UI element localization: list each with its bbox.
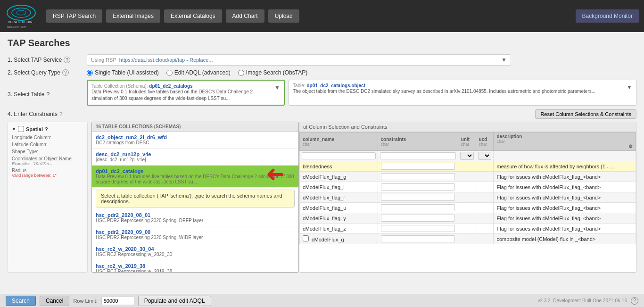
table-row: cModelFlux_flag_i Flag for issues with c… <box>300 182 636 192</box>
tap-service-selector[interactable]: Using RSP https://data.lsst.cloud/api/ta… <box>87 54 511 66</box>
cell-desc: Flag for issues with cModelFlux_flag_<ba… <box>494 224 636 234</box>
collection-chevron-icon[interactable]: ▼ <box>274 84 280 91</box>
table-toolbar: ut Column Selection and Constraints <box>299 122 636 132</box>
cell-name: cModelFlux_g <box>300 234 378 244</box>
dropdown-item-2[interactable]: dp01_dc2_catalogs Data Preview 0.1 Inclu… <box>92 166 298 188</box>
populate-adql-btn[interactable]: Populate and edit ADQL <box>138 296 211 306</box>
vera-rubin-logo: VERA C. RUBIN OBSERVATORY <box>5 3 38 29</box>
dropdown-list[interactable]: 16 TABLE COLLECTIONS (SCHEMAS) dc2_objec… <box>91 122 299 273</box>
tap-chevron-icon[interactable]: ▼ <box>501 57 507 63</box>
col-header-name: column_name char <box>300 133 378 151</box>
filter-constraints-input[interactable] <box>380 152 456 159</box>
dropdown-item-0[interactable]: dc2_object_run2_2i_dr6_wfd DC2 catalogs … <box>92 132 298 149</box>
cell-ucd <box>476 182 494 192</box>
cell-unit <box>458 234 476 244</box>
background-monitor-btn[interactable]: Background Monitor <box>576 9 639 23</box>
app-header: VERA C. RUBIN OBSERVATORY RSP TAP Search… <box>0 0 644 32</box>
spatial-help-icon[interactable]: ? <box>45 126 48 132</box>
content-area: ▼ Spatial ? Longitude Column: Latitude C… <box>8 122 636 273</box>
spatial-header: ▼ Spatial ? <box>12 126 83 132</box>
triangle-icon: ▼ <box>12 127 16 132</box>
valid-range: Valid range between: 1" <box>12 173 83 178</box>
cell-desc: Flag for issues with cModelFlux_flag_<ba… <box>494 182 636 192</box>
cell-constraints <box>378 172 458 182</box>
longitude-label: Longitude Column: <box>12 135 83 140</box>
cell-unit <box>458 203 476 213</box>
footer-right: v2.3.2_Development Built One 2021-06-16 <box>537 298 627 303</box>
row-limit-input[interactable] <box>101 297 134 305</box>
filter-name-input[interactable] <box>302 152 376 159</box>
add-chart-btn[interactable]: Add Chart <box>226 9 264 23</box>
table-box-content: Table: dp01_dc2_catalogs.object The obje… <box>293 83 625 95</box>
section-2-label: 2. Select Query Type ? <box>8 69 83 76</box>
section-3-label: 3. Select Table ? <box>8 80 83 106</box>
row7-checkbox[interactable] <box>303 235 309 241</box>
table-collection-box[interactable]: Table Collection (Schema): dp01_dc2_cata… <box>87 80 285 106</box>
unit-select[interactable] <box>460 152 474 160</box>
row2-constraints-input[interactable] <box>381 183 455 191</box>
table-box[interactable]: Table: dp01_dc2_catalogs.object The obje… <box>289 80 636 106</box>
dropdown-item-5[interactable]: hsc_rc2_w_2020_30_04 HSC RC2 Reprocessin… <box>92 243 298 260</box>
footer-help-icon[interactable]: ? <box>631 297 638 305</box>
radius-label: Radius <box>12 168 83 173</box>
cell-desc: Flag for issues with cModelFlux_flag_<ba… <box>494 172 636 182</box>
tap-using-label: Using RSP <box>91 57 116 63</box>
table-panel: ut Column Selection and Constraints colu… <box>299 122 636 273</box>
row1-constraints-input[interactable] <box>381 173 455 180</box>
radio-edit-adql[interactable]: Edit ADQL (advanced) <box>166 69 231 76</box>
section3-help-icon[interactable]: ? <box>47 91 50 98</box>
data-table: column_name char constraints char unit c… <box>299 132 636 244</box>
reset-constraints-btn[interactable]: Reset Column Selections & Constraints <box>535 109 636 119</box>
section1-help-icon[interactable]: ? <box>64 57 70 63</box>
ucd-select[interactable] <box>478 152 492 160</box>
upload-btn[interactable]: Upload <box>268 9 299 23</box>
section-3: 3. Select Table ? Table Collection (Sche… <box>8 80 636 106</box>
rsp-tap-search-btn[interactable]: RSP TAP Search <box>46 9 102 23</box>
cancel-btn[interactable]: Cancel <box>40 296 69 306</box>
radio-image-search[interactable]: Image Search (ObsTAP) <box>238 69 308 76</box>
external-catalogs-btn[interactable]: External Catalogs <box>164 9 222 23</box>
coord-label: Coordinates or Object Name <box>12 156 83 161</box>
cell-ucd <box>476 161 494 172</box>
dropdown-item-1[interactable]: desc_dc2_run12p_v4e [desc_dc2_run12p_v4e… <box>92 149 298 166</box>
cell-name: cModelFlux_flag_y <box>300 213 378 224</box>
search-btn[interactable]: Search <box>6 296 36 306</box>
cell-ucd <box>476 224 494 234</box>
radio-single-table[interactable]: Single Table (UI assisted) <box>87 69 159 76</box>
row5-constraints-input[interactable] <box>381 215 455 222</box>
section-2: 2. Select Query Type ? Single Table (UI … <box>8 69 636 76</box>
cell-name: cModelFlux_flag_r <box>300 192 378 203</box>
dropdown-item-3[interactable]: hsc_pdr2_2020_08_01 HSC PDR2 Reprocessin… <box>92 209 298 226</box>
svg-point-1 <box>12 8 31 17</box>
row0-constraints-input[interactable] <box>381 163 455 170</box>
shape-label: Shape Type: <box>12 149 83 154</box>
row6-constraints-input[interactable] <box>381 225 455 232</box>
row4-constraints-input[interactable] <box>381 204 455 211</box>
cell-unit <box>458 192 476 203</box>
svg-point-0 <box>7 5 35 20</box>
row3-constraints-input[interactable] <box>381 194 455 201</box>
dropdown-item-6[interactable]: hsc_rc2_w_2019_38 HSC RC2 Reprocessing w… <box>92 260 298 273</box>
table-desc: The object table from the DESC DC2 simul… <box>293 88 625 95</box>
col-header-description: description char ⚙ <box>494 133 636 151</box>
cell-constraints <box>378 224 458 234</box>
dropdown-item-4[interactable]: hsc_pdr2_2020_09_00 HSC PDR2 Reprocessin… <box>92 226 298 243</box>
cell-desc: Flag for issues with cModelFlux_flag_<ba… <box>494 203 636 213</box>
cell-unit <box>458 161 476 172</box>
footer: Search Cancel Row Limit: Populate and ed… <box>0 294 644 307</box>
row7-constraints-input[interactable] <box>381 235 455 242</box>
cell-constraints <box>378 213 458 224</box>
cell-name: cModelFlux_flag_z <box>300 224 378 234</box>
col-header-ucd: ucd char <box>476 133 494 151</box>
table-row: cModelFlux_flag_u Flag for issues with c… <box>300 203 636 213</box>
table-row: cModelFlux_flag_r Flag for issues with c… <box>300 192 636 203</box>
col-header-unit: unit char <box>458 133 476 151</box>
table-chevron-icon[interactable]: ▼ <box>627 84 632 91</box>
section4-help-icon[interactable]: ? <box>59 111 63 117</box>
gear-icon[interactable]: ⚙ <box>628 144 633 149</box>
section2-help-icon[interactable]: ? <box>62 69 69 76</box>
cell-unit <box>458 224 476 234</box>
table-row: cModelFlux_flag_z Flag for issues with c… <box>300 224 636 234</box>
external-images-btn[interactable]: External Images <box>106 9 160 23</box>
spatial-checkbox[interactable] <box>18 126 24 132</box>
